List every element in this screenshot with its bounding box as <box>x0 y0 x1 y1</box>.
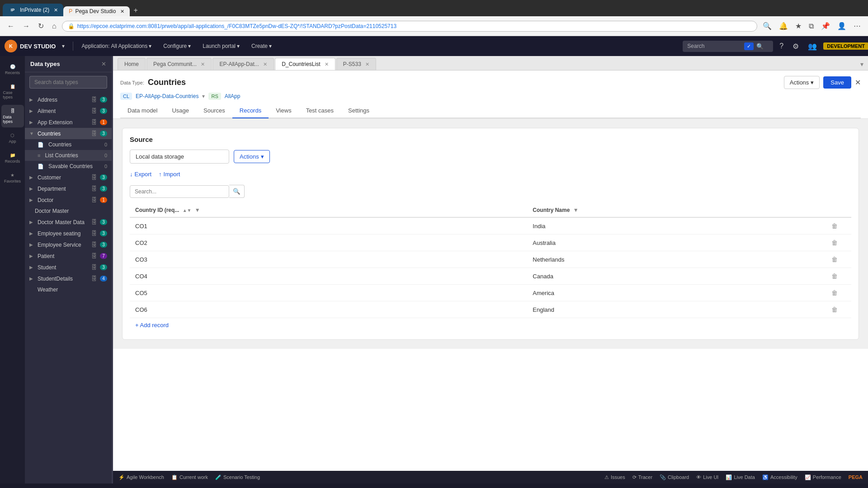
source-actions-button[interactable]: Actions ▾ <box>234 150 270 163</box>
application-nav[interactable]: Application: All Applications ▾ <box>78 41 155 51</box>
tab-data-model[interactable]: Data model <box>120 103 165 118</box>
browser-menu-btn[interactable]: ⋯ <box>851 20 863 32</box>
taskbar-app-9[interactable]: 🟠 <box>222 486 240 488</box>
tree-item-customer[interactable]: ▶ Customer 🗄 3 <box>25 172 112 183</box>
status-current-work[interactable]: 📋 Current work <box>171 474 208 480</box>
app-tab-home[interactable]: Home <box>118 58 146 70</box>
status-issues[interactable]: ⚠ Issues <box>604 474 625 480</box>
browser-search-btn[interactable]: 🔍 <box>760 20 774 32</box>
status-clipboard[interactable]: 📎 Clipboard <box>660 474 689 480</box>
sidebar-icon-records[interactable]: 📁 Records <box>1 149 24 167</box>
sidebar-icon-recents[interactable]: 🕒 Recents <box>1 61 24 79</box>
forward-button[interactable]: → <box>20 20 33 32</box>
browser-collections-btn[interactable]: 🔔 <box>776 20 791 32</box>
taskbar-app-chrome[interactable]: C <box>82 486 100 488</box>
sidebar-search-input[interactable] <box>29 76 107 89</box>
sidebar-icon-favorites[interactable]: ★ Favorites <box>1 169 24 187</box>
tree-item-employee-seating[interactable]: ▶ Employee seating 🗄 3 <box>25 228 112 239</box>
taskbar-app-6[interactable]: 📧 <box>162 486 180 488</box>
dropdown-icon-cl[interactable]: ▾ <box>202 93 205 99</box>
tree-item-student[interactable]: ▶ Student 🗄 3 <box>25 262 112 273</box>
app-tab-d-countrieslist[interactable]: D_CountriesList ✕ <box>275 58 335 70</box>
delete-record-button-0[interactable]: 🗑 <box>830 221 840 230</box>
tab-usage[interactable]: Usage <box>165 103 196 118</box>
taskbar-app-edge[interactable]: e <box>62 486 80 488</box>
tree-child-countries[interactable]: 📄 Countries 0 <box>25 139 112 150</box>
browser-tab-inprivate[interactable]: IP InPrivate (2) ✕ <box>3 4 63 16</box>
tree-item-countries[interactable]: ▼ Countries 🗄 3 <box>25 128 112 139</box>
refresh-button[interactable]: ↻ <box>35 20 47 32</box>
import-link[interactable]: ↑ Import <box>159 171 180 178</box>
tree-child-list-countries[interactable]: ≡ List Countries 0 <box>25 150 112 161</box>
tree-item-app-extension[interactable]: ▶ App Extension 🗄 1 <box>25 117 112 128</box>
taskbar-app-7[interactable]: 📅 <box>182 486 200 488</box>
col-country-name[interactable]: Country Name ▼ <box>527 203 824 217</box>
launch-portal-nav[interactable]: Launch portal ▾ <box>199 41 243 51</box>
browser-profile-btn[interactable]: 👤 <box>835 20 849 32</box>
global-search-input[interactable] <box>687 43 741 49</box>
app-tab-d-countrieslist-close[interactable]: ✕ <box>325 61 329 67</box>
inprivate-tab-close[interactable]: ✕ <box>54 7 58 13</box>
tree-item-studentdetails[interactable]: ▶ StudentDetails 🗄 4 <box>25 273 112 284</box>
start-button[interactable]: ⊞ <box>4 486 19 488</box>
address-bar[interactable]: 🔒 <box>62 21 757 32</box>
status-scenario-testing[interactable]: 🧪 Scenario Testing <box>215 474 260 480</box>
app-tab-pega-communit[interactable]: Pega Communit... ✕ <box>146 58 212 70</box>
tab-views[interactable]: Views <box>269 103 298 118</box>
sidebar-icon-data-types[interactable]: 🗄 Data types <box>1 105 24 127</box>
create-nav[interactable]: Create ▾ <box>248 41 275 51</box>
app-tabs-chevron[interactable]: ▾ <box>860 61 863 68</box>
rs-value-link[interactable]: AllApp <box>225 93 241 99</box>
configure-nav[interactable]: Configure ▾ <box>160 41 194 51</box>
delete-record-button-1[interactable]: 🗑 <box>830 238 840 247</box>
sidebar-collapse-icon[interactable]: ✕ <box>101 61 106 67</box>
status-live-data[interactable]: 📊 Live Data <box>726 474 755 480</box>
tree-item-address[interactable]: ▶ Address 🗄 3 <box>25 94 112 105</box>
tree-item-employee-service[interactable]: ▶ Employee Service 🗄 3 <box>25 239 112 250</box>
address-input[interactable] <box>77 23 751 29</box>
collaborators-button[interactable]: 👥 <box>805 40 820 52</box>
tree-child-savable-countries[interactable]: 📄 Savable Countries 0 <box>25 161 112 172</box>
tab-settings[interactable]: Settings <box>341 103 377 118</box>
pega-tab-close[interactable]: ✕ <box>120 9 124 14</box>
filter-icon-country-name[interactable]: ▼ <box>573 207 579 213</box>
close-button[interactable]: ✕ <box>855 78 861 87</box>
taskbar-app-files[interactable]: 📁 <box>102 486 120 488</box>
taskbar-app-4[interactable]: 📊 <box>122 486 140 488</box>
save-button[interactable]: Save <box>823 76 851 89</box>
home-button[interactable]: ⌂ <box>49 20 59 32</box>
tree-item-doctor-master-data[interactable]: ▶ Doctor Master Data 🗄 3 <box>25 216 112 228</box>
source-select[interactable]: Local data storage External data storage… <box>130 150 229 164</box>
col-country-id[interactable]: Country ID (req... ▲▼ ▼ <box>130 203 527 217</box>
back-button[interactable]: ← <box>5 20 17 32</box>
tab-records[interactable]: Records <box>232 103 269 118</box>
taskbar-app-10[interactable]: 🟢 <box>241 486 259 488</box>
status-performance[interactable]: 📈 Performance <box>805 474 841 480</box>
filter-icon-country-id[interactable]: ▼ <box>195 207 200 213</box>
help-button[interactable]: ? <box>777 40 786 52</box>
add-record-link[interactable]: + Add record <box>130 318 174 332</box>
status-agile-workbench[interactable]: ⚡ Agile Workbench <box>118 474 164 480</box>
status-tracer[interactable]: ⟳ Tracer <box>632 474 652 480</box>
new-tab-button[interactable]: + <box>130 5 141 16</box>
taskbar-app-5[interactable]: 🎨 <box>142 486 160 488</box>
app-dropdown-icon[interactable]: ▾ <box>58 41 68 51</box>
app-tab-ep-allapp[interactable]: EP-AllApp-Dat... ✕ <box>212 58 274 70</box>
cl-value-link[interactable]: EP-AllApp-Data-Countries <box>136 93 198 99</box>
status-accessibility[interactable]: ♿ Accessibility <box>762 474 797 480</box>
export-link[interactable]: ↓ Export <box>130 171 151 178</box>
browser-pin-btn[interactable]: 📌 <box>818 20 833 32</box>
tab-sources[interactable]: Sources <box>196 103 232 118</box>
app-tab-pega-communit-close[interactable]: ✕ <box>201 61 205 67</box>
tree-item-doctor[interactable]: ▶ Doctor 🗄 1 <box>25 194 112 206</box>
tree-item-doctor-master[interactable]: Doctor Master <box>25 206 112 216</box>
records-search-button[interactable]: 🔍 <box>229 185 245 198</box>
app-tab-ep-allapp-close[interactable]: ✕ <box>263 61 267 67</box>
sidebar-icon-app[interactable]: ⬡ App <box>1 129 24 147</box>
taskbar-app-8[interactable]: 🔴 <box>202 486 220 488</box>
tree-item-patient[interactable]: ▶ Patient 🗄 7 <box>25 250 112 262</box>
app-tab-p-s533-close[interactable]: ✕ <box>365 61 369 67</box>
actions-dropdown-button[interactable]: Actions ▾ <box>784 76 820 89</box>
global-search-verify-btn[interactable]: ✓ <box>744 42 754 50</box>
browser-tab-pega[interactable]: P Pega Dev Studio ✕ <box>63 6 130 16</box>
